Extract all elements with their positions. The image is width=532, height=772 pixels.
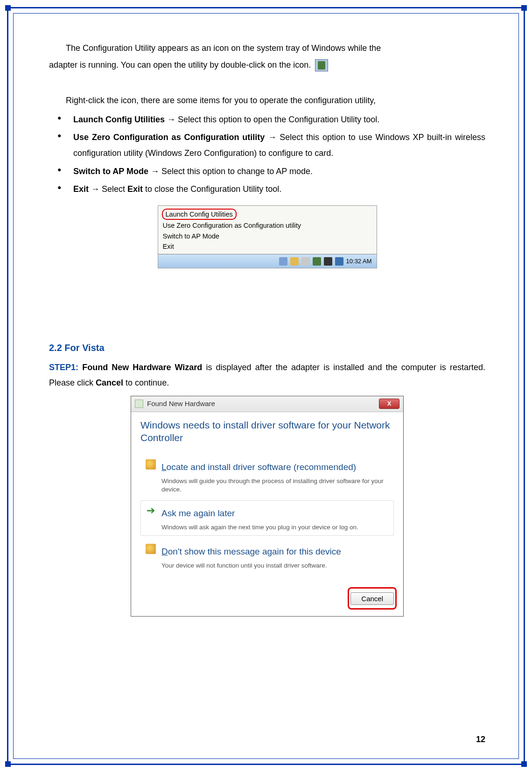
cancel-button[interactable]: Cancel [350, 592, 394, 605]
arrow-icon [89, 184, 102, 194]
arrow-right-icon: ➔ [146, 505, 156, 516]
step1-paragraph: STEP1: Found New Hardware Wizard is disp… [49, 360, 485, 391]
option-name: Exit [73, 184, 89, 194]
option-desc-bold: Exit [127, 184, 143, 194]
close-button[interactable]: X [379, 399, 399, 409]
option-title-rest: Ask me again later [161, 508, 235, 518]
option-name: Use Zero Configuration as Configuration … [73, 133, 265, 142]
section-2-2: 2.2 For Vista STEP1: Found New Hardware … [49, 338, 485, 616]
arrow-icon [165, 115, 178, 124]
tray-icon[interactable] [313, 257, 321, 266]
system-tray: 10:32 AM [158, 254, 377, 268]
corner-decor [521, 5, 527, 11]
tray-icon[interactable] [301, 257, 310, 266]
option-ask-later[interactable]: ➔ Ask me again later Windows will ask ag… [140, 500, 394, 536]
list-item: ExitSelect Exit to close the Configurati… [49, 181, 485, 197]
shield-icon [146, 459, 156, 470]
shield-icon [146, 544, 156, 554]
dialog-titlebar: Found New Hardware X [131, 396, 403, 412]
dialog-headline: Windows needs to install driver software… [140, 419, 394, 444]
option-title: Locate and install driver software (reco… [161, 458, 389, 476]
option-name: Switch to AP Mode [73, 167, 148, 176]
option-desc: Select this option to change to AP mode. [161, 167, 313, 176]
step-bold: Found New Hardware Wizard [82, 363, 202, 372]
option-desc: Your device will not function until you … [161, 561, 389, 570]
context-menu: Launch Config Utilities Use Zero Configu… [158, 206, 377, 254]
option-title: Ask me again later [161, 505, 389, 522]
list-item: Launch Config UtilitiesSelect this optio… [49, 112, 485, 127]
step-label: STEP1: [49, 363, 78, 372]
option-locate-install[interactable]: Locate and install driver software (reco… [140, 454, 394, 498]
page-content: The Configuration Utility appears as an … [49, 40, 485, 744]
page-number: 12 [476, 731, 485, 748]
tray-network-icon[interactable] [335, 257, 343, 266]
step-cancel-bold: Cancel [96, 378, 123, 387]
tray-volume-icon[interactable] [324, 257, 332, 266]
option-title: Don't show this message again for this d… [161, 543, 389, 561]
close-icon: X [387, 398, 392, 410]
menu-item[interactable]: Exit [162, 242, 374, 252]
corner-decor [521, 761, 527, 767]
option-dont-show[interactable]: Don't show this message again for this d… [140, 539, 394, 574]
dialog-body: Windows needs to install driver software… [131, 412, 403, 584]
found-new-hardware-dialog: Found New Hardware X Windows needs to in… [131, 396, 404, 617]
option-desc: Windows will guide you through the proce… [161, 477, 389, 493]
rightclick-intro: Right-click the icon, there are some ite… [49, 92, 485, 109]
intro-line2-row: adapter is running. You can open the uti… [49, 56, 485, 73]
option-title-rest: ocate and install driver software (recom… [167, 462, 357, 472]
step-end: to continue. [123, 378, 169, 387]
option-desc: Select this option to open the Configura… [178, 115, 379, 124]
tray-icon[interactable] [279, 257, 287, 266]
intro-line2: adapter is running. You can open the uti… [49, 60, 311, 70]
tray-utility-icon [315, 59, 328, 71]
menu-item[interactable]: Switch to AP Mode [162, 232, 374, 242]
option-title-rest: on't show this message again for this de… [168, 547, 341, 556]
corner-decor [5, 761, 11, 767]
cancel-button-highlight: Cancel [348, 587, 397, 610]
arrow-icon [265, 133, 280, 142]
option-accel: D [161, 547, 168, 556]
hardware-icon [135, 400, 143, 408]
dialog-button-row: Cancel [131, 584, 403, 616]
dialog-title: Found New Hardware [147, 397, 215, 411]
menu-item[interactable]: Use Zero Configuration as Configuration … [162, 221, 374, 231]
arrow-icon [148, 167, 161, 176]
section-heading: 2.2 For Vista [49, 338, 485, 357]
menu-options-list: Launch Config UtilitiesSelect this optio… [49, 112, 485, 197]
option-desc-post: to close the Configuration Utility tool. [143, 184, 281, 194]
list-item: Use Zero Configuration as Configuration … [49, 129, 485, 161]
list-item: Switch to AP ModeSelect this option to c… [49, 163, 485, 179]
context-menu-screenshot: Launch Config Utilities Use Zero Configu… [158, 205, 377, 268]
corner-decor [5, 5, 11, 11]
option-name: Launch Config Utilities [73, 115, 165, 124]
intro-line1: The Configuration Utility appears as an … [66, 43, 381, 53]
menu-item-highlighted[interactable]: Launch Config Utilities [162, 209, 237, 220]
tray-clock: 10:32 AM [346, 257, 372, 266]
option-desc: Windows will ask again the next time you… [161, 523, 389, 532]
option-desc-pre: Select [102, 184, 127, 194]
option-accel: L [161, 462, 167, 472]
tray-icon[interactable] [290, 257, 299, 266]
intro-paragraph: The Configuration Utility appears as an … [49, 40, 485, 56]
